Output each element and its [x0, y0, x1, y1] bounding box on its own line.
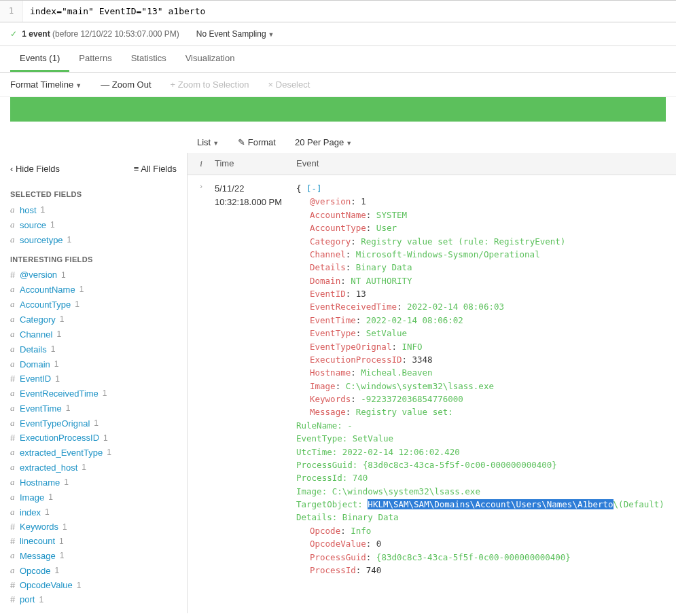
- zoom-selection-button: + Zoom to Selection: [171, 79, 249, 90]
- field-row[interactable]: aAccountName1: [10, 282, 177, 297]
- field-count: 1: [54, 359, 59, 369]
- field-name-link[interactable]: Opcode: [20, 566, 51, 576]
- expand-toggle[interactable]: ›: [188, 182, 215, 577]
- field-name-link[interactable]: extracted_EventType: [20, 448, 103, 458]
- list-dropdown[interactable]: List▼: [197, 137, 219, 147]
- field-name-link[interactable]: source: [20, 220, 46, 230]
- field-row[interactable]: aChannel1: [10, 327, 177, 342]
- field-row[interactable]: aAccountType1: [10, 297, 177, 312]
- hide-fields-button[interactable]: ‹ Hide Fields: [10, 164, 60, 174]
- field-type-icon: #: [10, 270, 20, 280]
- zoom-out-button[interactable]: — Zoom Out: [101, 79, 151, 90]
- field-name-link[interactable]: EventReceivedTime: [20, 388, 99, 399]
- field-name-link[interactable]: @version: [20, 270, 57, 280]
- timeline-chart[interactable]: [10, 97, 666, 122]
- highlighted-match: HKLM\SAM\SAM\Domains\Account\Users\Names…: [368, 499, 613, 509]
- collapse-toggle[interactable]: [-]: [306, 183, 322, 194]
- field-row[interactable]: #linecount1: [10, 534, 177, 548]
- field-name-link[interactable]: EventTypeOrignal: [20, 418, 90, 429]
- field-name-link[interactable]: Message: [20, 551, 56, 561]
- per-page-dropdown[interactable]: 20 Per Page▼: [295, 137, 352, 147]
- field-name-link[interactable]: AccountType: [20, 300, 71, 310]
- field-type-icon: a: [10, 565, 20, 576]
- field-name-link[interactable]: Keywords: [20, 522, 58, 532]
- field-row[interactable]: #ExecutionProcessID1: [10, 431, 177, 445]
- field-count: 1: [55, 374, 60, 384]
- tab-events[interactable]: Events (1): [10, 46, 69, 72]
- field-name-link[interactable]: extracted_host: [20, 463, 77, 473]
- field-name-link[interactable]: Channel: [20, 329, 52, 340]
- field-name-link[interactable]: Image: [20, 492, 44, 503]
- field-row[interactable]: aindex1: [10, 505, 177, 520]
- field-type-icon: a: [10, 204, 20, 215]
- deselect-button: × Deselect: [268, 79, 310, 90]
- sampling-dropdown[interactable]: No Event Sampling▼: [196, 29, 274, 39]
- field-name-link[interactable]: Category: [20, 314, 56, 325]
- field-name-link[interactable]: EventTime: [20, 403, 62, 414]
- event-row: › 5/11/22 10:32:18.000 PM { [-] @version…: [188, 175, 676, 583]
- field-row[interactable]: #OpcodeValue1: [10, 578, 177, 592]
- field-row[interactable]: aDetails1: [10, 342, 177, 357]
- field-row[interactable]: aImage1: [10, 490, 177, 505]
- field-row[interactable]: aCategory1: [10, 312, 177, 327]
- field-row[interactable]: #Keywords1: [10, 520, 177, 534]
- field-type-icon: a: [10, 234, 20, 245]
- field-type-icon: #: [10, 580, 20, 590]
- field-name-link[interactable]: host: [20, 205, 37, 215]
- field-count: 1: [50, 220, 55, 230]
- field-count: 1: [77, 581, 82, 590]
- search-input[interactable]: [23, 1, 676, 22]
- field-count: 1: [107, 448, 111, 457]
- field-count: 1: [66, 403, 71, 413]
- field-row[interactable]: asourcetype1: [10, 232, 177, 247]
- tab-visualization[interactable]: Visualization: [176, 46, 245, 72]
- format-timeline-dropdown[interactable]: Format Timeline▼: [10, 79, 82, 90]
- event-raw[interactable]: { [-] @version: 1 AccountName: SYSTEM Ac…: [296, 182, 676, 577]
- field-row[interactable]: #EventID1: [10, 372, 177, 386]
- field-name-link[interactable]: linecount: [20, 536, 55, 546]
- field-name-link[interactable]: Hostname: [20, 477, 60, 488]
- field-name-link[interactable]: sourcetype: [20, 235, 63, 245]
- field-count: 1: [59, 537, 64, 546]
- tab-statistics[interactable]: Statistics: [122, 46, 176, 72]
- field-name-link[interactable]: OpcodeValue: [20, 580, 73, 590]
- field-row[interactable]: #@version1: [10, 268, 177, 282]
- field-name-link[interactable]: Domain: [20, 359, 50, 369]
- field-type-icon: a: [10, 388, 20, 399]
- events-panel: i Time Event › 5/11/22 10:32:18.000 PM {…: [187, 153, 676, 613]
- field-count: 1: [48, 492, 53, 502]
- field-row[interactable]: aMessage1: [10, 548, 177, 563]
- field-row[interactable]: aEventReceivedTime1: [10, 386, 177, 401]
- field-type-icon: a: [10, 418, 20, 429]
- field-row[interactable]: aEventTypeOrignal1: [10, 416, 177, 431]
- field-row[interactable]: aextracted_host1: [10, 460, 177, 475]
- field-row[interactable]: ahost1: [10, 202, 177, 217]
- interesting-fields-header: INTERESTING FIELDS: [10, 255, 177, 264]
- format-dropdown[interactable]: ✎ Format: [238, 137, 276, 147]
- field-count: 1: [61, 270, 66, 280]
- field-row[interactable]: aDomain1: [10, 357, 177, 372]
- field-count: 1: [60, 551, 65, 560]
- field-name-link[interactable]: EventID: [20, 374, 51, 384]
- field-type-icon: a: [10, 299, 20, 310]
- field-row[interactable]: aOpcode1: [10, 563, 177, 578]
- field-count: 1: [63, 522, 67, 532]
- field-count: 1: [75, 300, 79, 309]
- field-row[interactable]: aEventTime1: [10, 401, 177, 416]
- field-name-link[interactable]: ExecutionProcessID: [20, 433, 99, 443]
- field-name-link[interactable]: port: [20, 594, 35, 604]
- field-row[interactable]: asource1: [10, 217, 177, 232]
- tab-patterns[interactable]: Patterns: [69, 46, 121, 72]
- field-type-icon: a: [10, 314, 20, 325]
- time-column-header[interactable]: Time: [215, 158, 296, 169]
- main-content: ‹ Hide Fields ≡ All Fields SELECTED FIEL…: [0, 153, 676, 613]
- field-row[interactable]: #port1: [10, 592, 177, 606]
- all-fields-button[interactable]: ≡ All Fields: [134, 164, 177, 174]
- field-name-link[interactable]: index: [20, 507, 41, 518]
- timeline-controls: Format Timeline▼ — Zoom Out + Zoom to Se…: [0, 73, 676, 97]
- field-type-icon: a: [10, 403, 20, 414]
- field-row[interactable]: aextracted_EventType1: [10, 445, 177, 460]
- field-name-link[interactable]: AccountName: [20, 285, 75, 295]
- field-name-link[interactable]: Details: [20, 344, 47, 355]
- field-row[interactable]: aHostname1: [10, 475, 177, 490]
